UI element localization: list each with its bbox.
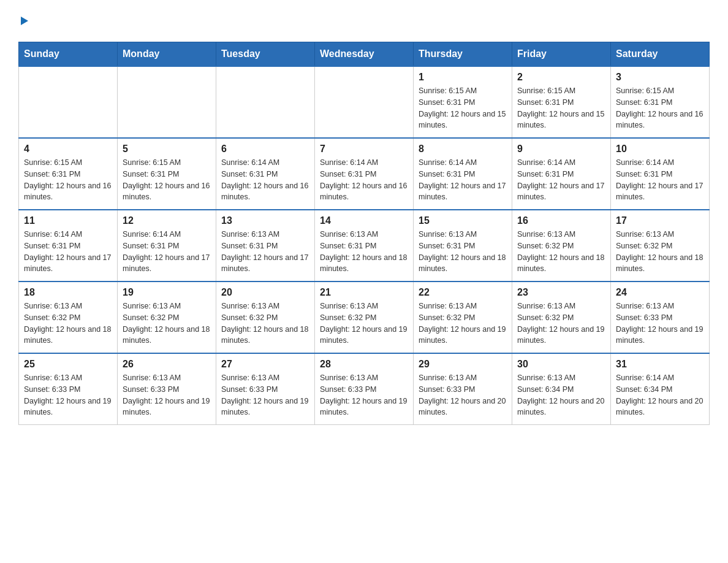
day-number: 29 bbox=[419, 359, 507, 370]
day-info: Sunrise: 6:14 AMSunset: 6:31 PMDaylight:… bbox=[123, 229, 211, 275]
day-info: Sunrise: 6:15 AMSunset: 6:31 PMDaylight:… bbox=[419, 85, 507, 131]
day-number: 22 bbox=[419, 287, 507, 298]
logo-arrow-icon bbox=[18, 15, 29, 26]
calendar-cell: 18Sunrise: 6:13 AMSunset: 6:32 PMDayligh… bbox=[19, 282, 118, 353]
day-number: 20 bbox=[221, 287, 309, 298]
calendar-cell: 25Sunrise: 6:13 AMSunset: 6:33 PMDayligh… bbox=[19, 353, 118, 425]
day-info: Sunrise: 6:13 AMSunset: 6:33 PMDaylight:… bbox=[221, 372, 309, 418]
day-info: Sunrise: 6:13 AMSunset: 6:34 PMDaylight:… bbox=[517, 372, 605, 418]
day-info: Sunrise: 6:13 AMSunset: 6:32 PMDaylight:… bbox=[221, 301, 309, 347]
day-number: 24 bbox=[616, 287, 704, 298]
day-info: Sunrise: 6:13 AMSunset: 6:32 PMDaylight:… bbox=[123, 301, 211, 347]
day-info: Sunrise: 6:15 AMSunset: 6:31 PMDaylight:… bbox=[123, 157, 211, 203]
column-header-friday: Friday bbox=[512, 42, 611, 67]
calendar-cell: 13Sunrise: 6:13 AMSunset: 6:31 PMDayligh… bbox=[216, 210, 315, 282]
day-info: Sunrise: 6:14 AMSunset: 6:31 PMDaylight:… bbox=[221, 157, 309, 203]
calendar-cell: 1Sunrise: 6:15 AMSunset: 6:31 PMDaylight… bbox=[414, 66, 512, 138]
day-info: Sunrise: 6:14 AMSunset: 6:31 PMDaylight:… bbox=[24, 229, 112, 275]
day-number: 10 bbox=[616, 144, 704, 155]
day-number: 7 bbox=[320, 144, 408, 155]
day-info: Sunrise: 6:15 AMSunset: 6:31 PMDaylight:… bbox=[24, 157, 112, 203]
calendar-cell: 27Sunrise: 6:13 AMSunset: 6:33 PMDayligh… bbox=[216, 353, 315, 425]
column-header-saturday: Saturday bbox=[611, 42, 710, 67]
column-header-thursday: Thursday bbox=[414, 42, 512, 67]
day-info: Sunrise: 6:13 AMSunset: 6:32 PMDaylight:… bbox=[517, 229, 605, 275]
calendar-cell: 29Sunrise: 6:13 AMSunset: 6:33 PMDayligh… bbox=[414, 353, 512, 425]
calendar-cell bbox=[118, 66, 216, 138]
calendar-cell: 3Sunrise: 6:15 AMSunset: 6:31 PMDaylight… bbox=[611, 66, 710, 138]
day-info: Sunrise: 6:13 AMSunset: 6:32 PMDaylight:… bbox=[24, 301, 112, 347]
calendar-week-row: 4Sunrise: 6:15 AMSunset: 6:31 PMDaylight… bbox=[19, 138, 710, 210]
day-number: 5 bbox=[123, 144, 211, 155]
calendar-cell bbox=[216, 66, 315, 138]
calendar-cell: 20Sunrise: 6:13 AMSunset: 6:32 PMDayligh… bbox=[216, 282, 315, 353]
day-number: 3 bbox=[616, 72, 704, 83]
svg-marker-0 bbox=[21, 17, 28, 25]
logo bbox=[18, 12, 29, 29]
calendar-cell: 16Sunrise: 6:13 AMSunset: 6:32 PMDayligh… bbox=[512, 210, 611, 282]
day-number: 21 bbox=[320, 287, 408, 298]
day-info: Sunrise: 6:15 AMSunset: 6:31 PMDaylight:… bbox=[616, 85, 704, 131]
day-info: Sunrise: 6:13 AMSunset: 6:32 PMDaylight:… bbox=[320, 301, 408, 347]
day-info: Sunrise: 6:13 AMSunset: 6:31 PMDaylight:… bbox=[320, 229, 408, 275]
calendar-cell: 15Sunrise: 6:13 AMSunset: 6:31 PMDayligh… bbox=[414, 210, 512, 282]
day-info: Sunrise: 6:15 AMSunset: 6:31 PMDaylight:… bbox=[517, 85, 605, 131]
day-info: Sunrise: 6:13 AMSunset: 6:33 PMDaylight:… bbox=[123, 372, 211, 418]
calendar-week-row: 11Sunrise: 6:14 AMSunset: 6:31 PMDayligh… bbox=[19, 210, 710, 282]
day-info: Sunrise: 6:13 AMSunset: 6:33 PMDaylight:… bbox=[320, 372, 408, 418]
column-header-wednesday: Wednesday bbox=[315, 42, 414, 67]
calendar-header-row: SundayMondayTuesdayWednesdayThursdayFrid… bbox=[19, 42, 710, 67]
day-info: Sunrise: 6:13 AMSunset: 6:33 PMDaylight:… bbox=[24, 372, 112, 418]
calendar-cell: 21Sunrise: 6:13 AMSunset: 6:32 PMDayligh… bbox=[315, 282, 414, 353]
calendar-cell: 7Sunrise: 6:14 AMSunset: 6:31 PMDaylight… bbox=[315, 138, 414, 210]
calendar-cell: 17Sunrise: 6:13 AMSunset: 6:32 PMDayligh… bbox=[611, 210, 710, 282]
day-number: 23 bbox=[517, 287, 605, 298]
calendar-cell: 8Sunrise: 6:14 AMSunset: 6:31 PMDaylight… bbox=[414, 138, 512, 210]
calendar-cell: 14Sunrise: 6:13 AMSunset: 6:31 PMDayligh… bbox=[315, 210, 414, 282]
calendar-cell: 5Sunrise: 6:15 AMSunset: 6:31 PMDaylight… bbox=[118, 138, 216, 210]
column-header-tuesday: Tuesday bbox=[216, 42, 315, 67]
day-number: 2 bbox=[517, 72, 605, 83]
day-number: 25 bbox=[24, 359, 112, 370]
day-number: 12 bbox=[123, 215, 211, 226]
day-info: Sunrise: 6:13 AMSunset: 6:32 PMDaylight:… bbox=[419, 301, 507, 347]
day-number: 28 bbox=[320, 359, 408, 370]
column-header-sunday: Sunday bbox=[19, 42, 118, 67]
day-info: Sunrise: 6:13 AMSunset: 6:32 PMDaylight:… bbox=[616, 229, 704, 275]
calendar-cell: 31Sunrise: 6:14 AMSunset: 6:34 PMDayligh… bbox=[611, 353, 710, 425]
calendar-cell: 12Sunrise: 6:14 AMSunset: 6:31 PMDayligh… bbox=[118, 210, 216, 282]
calendar-cell: 10Sunrise: 6:14 AMSunset: 6:31 PMDayligh… bbox=[611, 138, 710, 210]
calendar-cell: 26Sunrise: 6:13 AMSunset: 6:33 PMDayligh… bbox=[118, 353, 216, 425]
day-number: 30 bbox=[517, 359, 605, 370]
calendar-cell: 4Sunrise: 6:15 AMSunset: 6:31 PMDaylight… bbox=[19, 138, 118, 210]
calendar-cell: 11Sunrise: 6:14 AMSunset: 6:31 PMDayligh… bbox=[19, 210, 118, 282]
day-info: Sunrise: 6:13 AMSunset: 6:33 PMDaylight:… bbox=[419, 372, 507, 418]
day-number: 13 bbox=[221, 215, 309, 226]
day-info: Sunrise: 6:14 AMSunset: 6:31 PMDaylight:… bbox=[616, 157, 704, 203]
day-info: Sunrise: 6:14 AMSunset: 6:31 PMDaylight:… bbox=[517, 157, 605, 203]
calendar-cell: 22Sunrise: 6:13 AMSunset: 6:32 PMDayligh… bbox=[414, 282, 512, 353]
day-number: 17 bbox=[616, 215, 704, 226]
calendar-cell: 30Sunrise: 6:13 AMSunset: 6:34 PMDayligh… bbox=[512, 353, 611, 425]
calendar-cell: 2Sunrise: 6:15 AMSunset: 6:31 PMDaylight… bbox=[512, 66, 611, 138]
day-info: Sunrise: 6:13 AMSunset: 6:31 PMDaylight:… bbox=[419, 229, 507, 275]
calendar-cell: 19Sunrise: 6:13 AMSunset: 6:32 PMDayligh… bbox=[118, 282, 216, 353]
calendar-table: SundayMondayTuesdayWednesdayThursdayFrid… bbox=[18, 42, 710, 425]
day-info: Sunrise: 6:14 AMSunset: 6:31 PMDaylight:… bbox=[320, 157, 408, 203]
day-number: 4 bbox=[24, 144, 112, 155]
calendar-cell: 9Sunrise: 6:14 AMSunset: 6:31 PMDaylight… bbox=[512, 138, 611, 210]
day-number: 31 bbox=[616, 359, 704, 370]
calendar-cell bbox=[19, 66, 118, 138]
day-number: 18 bbox=[24, 287, 112, 298]
day-number: 11 bbox=[24, 215, 112, 226]
day-number: 14 bbox=[320, 215, 408, 226]
calendar-cell: 23Sunrise: 6:13 AMSunset: 6:32 PMDayligh… bbox=[512, 282, 611, 353]
day-number: 6 bbox=[221, 144, 309, 155]
calendar-week-row: 25Sunrise: 6:13 AMSunset: 6:33 PMDayligh… bbox=[19, 353, 710, 425]
day-number: 9 bbox=[517, 144, 605, 155]
day-info: Sunrise: 6:14 AMSunset: 6:31 PMDaylight:… bbox=[419, 157, 507, 203]
day-number: 27 bbox=[221, 359, 309, 370]
logo-text bbox=[18, 12, 29, 32]
day-number: 16 bbox=[517, 215, 605, 226]
day-info: Sunrise: 6:13 AMSunset: 6:32 PMDaylight:… bbox=[517, 301, 605, 347]
